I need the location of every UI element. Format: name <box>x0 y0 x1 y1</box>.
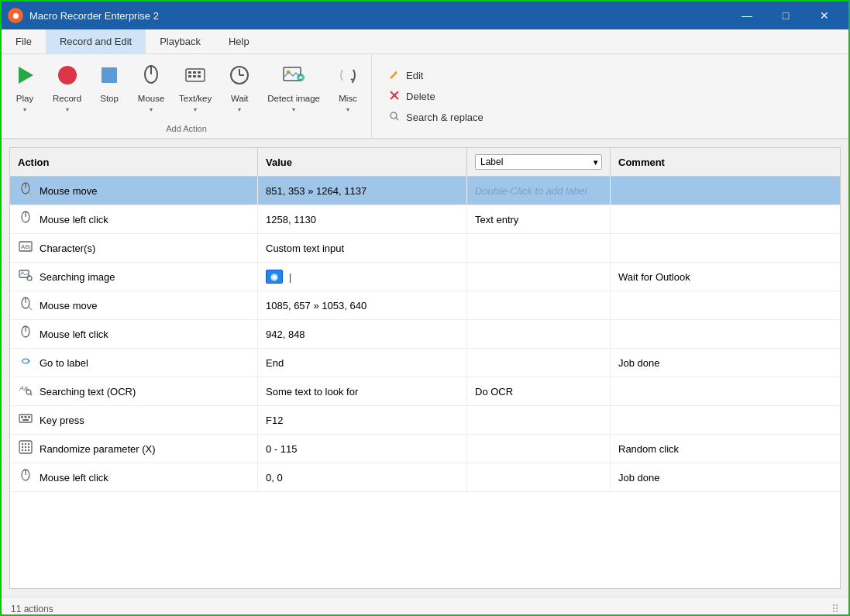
td-label <box>467 263 611 291</box>
play-btn-label: Play <box>16 94 33 103</box>
table-row[interactable]: Go to labelEndJob done <box>10 349 840 377</box>
search-image-row-icon <box>18 268 33 285</box>
td-comment <box>611 177 840 205</box>
td-label <box>467 435 611 463</box>
td-action: Key press <box>10 406 258 434</box>
td-action: AaSearching text (OCR) <box>10 377 258 405</box>
action-text: Character(s) <box>40 243 95 254</box>
svg-point-50 <box>28 443 29 445</box>
comment-text: Random click <box>618 443 679 455</box>
mouse-arrow-icon: ▾ <box>150 106 153 113</box>
maximize-button[interactable]: □ <box>768 2 804 29</box>
value-text: Some text to look for <box>266 386 358 397</box>
td-comment <box>611 234 840 262</box>
svg-point-53 <box>28 446 29 448</box>
value-text: 942, 848 <box>266 329 305 340</box>
ribbon-buttons: Play▾Record▾StopMouse▾Text/key▾Wait▾Dete… <box>5 59 368 121</box>
td-comment <box>611 320 840 348</box>
wait-icon <box>228 64 251 91</box>
value-text: 1258, 1130 <box>266 214 316 225</box>
minimize-button[interactable]: — <box>729 2 765 29</box>
add-action-label: Add Action <box>5 121 368 138</box>
svg-point-49 <box>25 443 26 445</box>
td-comment: Wait for Outlook <box>611 263 840 291</box>
td-label <box>467 406 611 434</box>
td-value: 851, 353 » 1264, 1137 <box>258 177 467 205</box>
statusbar: 11 actions ⠿ <box>2 597 848 616</box>
ribbon-btn-misc[interactable]: Misc▾ <box>328 59 368 115</box>
table-header: Action Value Label Group Tag Comment <box>10 148 840 177</box>
menu-item-help[interactable]: Help <box>215 29 263 53</box>
value-text: 0 - 115 <box>266 443 297 455</box>
td-action: AB|Character(s) <box>10 234 258 262</box>
svg-rect-2 <box>102 67 117 83</box>
svg-rect-42 <box>19 415 32 422</box>
table-row[interactable]: Searching image◉|Wait for Outlook <box>10 263 840 291</box>
play-icon <box>13 64 36 91</box>
mouse-icon <box>139 64 163 91</box>
actions-table: Action Value Label Group Tag Comment Mou… <box>9 147 841 589</box>
table-row[interactable]: Mouse move1085, 657 » 1053, 640 <box>10 291 840 320</box>
td-value: ◉| <box>258 263 467 291</box>
td-value: Some text to look for <box>258 377 467 405</box>
td-value: 942, 848 <box>258 320 467 348</box>
value-text: Custom text input <box>266 243 344 254</box>
menu-item-file[interactable]: File <box>2 29 46 53</box>
ribbon-btn-play[interactable]: Play▾ <box>5 59 45 115</box>
detect-image-arrow-icon: ▾ <box>292 106 295 113</box>
menu-item-record-and-edit[interactable]: Record and Edit <box>46 29 146 53</box>
ribbon-btn-record[interactable]: Record▾ <box>46 59 88 115</box>
td-label[interactable]: Do OCR <box>467 377 611 405</box>
ribbon-btn-detect-image[interactable]: Detect image▾ <box>261 59 326 115</box>
window-controls: — □ ✕ <box>729 2 842 29</box>
td-label <box>467 349 611 377</box>
label-dropdown[interactable]: Label Group Tag <box>475 154 602 170</box>
svg-rect-11 <box>198 75 201 77</box>
menubar: FileRecord and EditPlaybackHelp <box>2 29 848 54</box>
td-label[interactable]: Double-Click to add label <box>467 177 611 205</box>
ribbon-right-search-replace[interactable]: Search & replace <box>384 108 836 126</box>
table-row[interactable]: AB|Character(s)Custom text input <box>10 234 840 263</box>
menu-item-playback[interactable]: Playback <box>146 29 215 53</box>
table-row[interactable]: Randomize parameter (X)0 - 115Random cli… <box>10 435 840 463</box>
ribbon-btn-stop[interactable]: Stop <box>89 59 129 105</box>
label-text: Text entry <box>475 214 518 225</box>
ribbon-btn-textkey[interactable]: Text/key▾ <box>173 59 218 115</box>
svg-point-56 <box>28 449 29 451</box>
mouse-click-row-icon <box>18 211 33 228</box>
td-value: End <box>258 349 467 377</box>
svg-marker-0 <box>19 67 33 84</box>
ribbon-right-edit[interactable]: Edit <box>384 67 836 84</box>
table-row[interactable]: Key pressF12 <box>10 406 840 435</box>
th-comment: Comment <box>611 148 840 176</box>
svg-point-48 <box>22 443 23 445</box>
textkey-arrow-icon: ▾ <box>194 106 197 113</box>
th-label[interactable]: Label Group Tag <box>467 148 611 176</box>
td-comment: Job done <box>611 463 840 491</box>
actions-count: 11 actions <box>11 604 53 614</box>
td-label[interactable]: Text entry <box>467 205 611 233</box>
table-row[interactable]: Mouse left click0, 0Job done <box>10 463 840 492</box>
key-press-row-icon <box>18 411 33 428</box>
ribbon-right-delete[interactable]: Delete <box>384 88 836 105</box>
delete-icon <box>389 90 400 103</box>
td-action: Mouse move <box>10 291 258 319</box>
table-row[interactable]: AaSearching text (OCR)Some text to look … <box>10 377 840 406</box>
table-row[interactable]: Mouse left click1258, 1130Text entry <box>10 205 840 234</box>
mouse-move-row-icon <box>18 297 33 314</box>
ribbon-btn-mouse[interactable]: Mouse▾ <box>131 59 171 115</box>
ribbon-btn-wait[interactable]: Wait▾ <box>219 59 260 115</box>
app-icon: ⏺ <box>8 8 23 23</box>
comment-text: Job done <box>618 472 660 484</box>
td-action: Mouse left click <box>10 205 258 233</box>
td-action: Go to label <box>10 349 258 377</box>
delete-label: Delete <box>406 91 435 102</box>
table-row[interactable]: Mouse left click942, 848 <box>10 320 840 349</box>
table-row[interactable]: Mouse move851, 353 » 1264, 1137Double-Cl… <box>10 177 840 205</box>
td-value: 0 - 115 <box>258 435 467 463</box>
svg-rect-9 <box>188 75 191 77</box>
randomize-row-icon <box>18 440 33 457</box>
close-button[interactable]: ✕ <box>807 2 842 29</box>
record-icon <box>56 64 79 91</box>
svg-line-34 <box>31 280 32 280</box>
